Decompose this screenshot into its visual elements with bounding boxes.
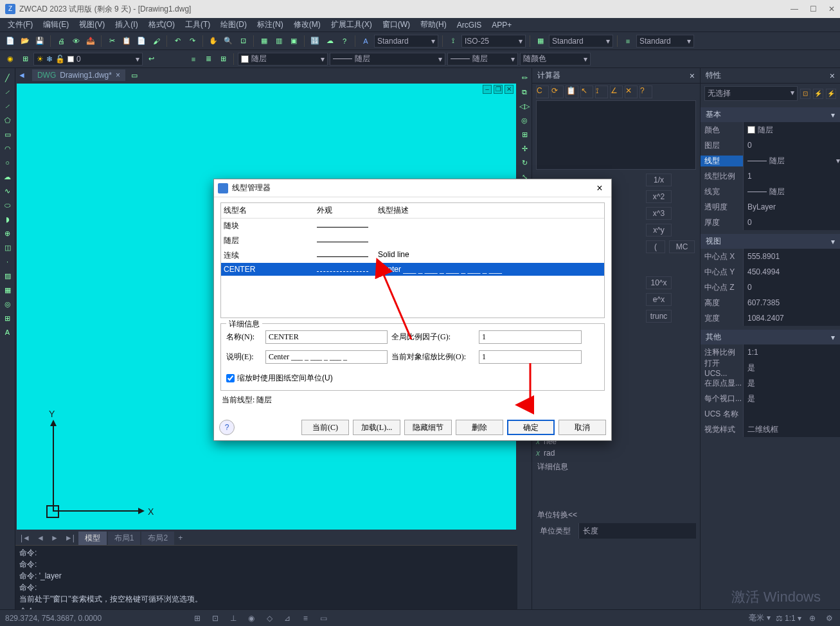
menu-dim[interactable]: 标注(N) [257, 19, 283, 30]
calc-angle-icon[interactable]: ∠ [610, 85, 623, 98]
layer-select[interactable]: ☀❄🔓 0▾ [33, 53, 143, 66]
list-row[interactable]: 连续Solid line [221, 248, 604, 263]
close-button[interactable]: ✕ [828, 4, 835, 13]
calc-pick-icon[interactable]: ↖ [580, 85, 593, 98]
rotate-icon[interactable]: ↻ [518, 156, 531, 169]
paste-icon[interactable]: 📄 [135, 35, 148, 48]
props-pick-icon[interactable]: ⊡ [800, 89, 810, 99]
new-tab-icon[interactable]: ▭ [128, 69, 141, 82]
design-icon[interactable]: ▥ [273, 35, 285, 48]
calc-key-10x[interactable]: 10^x [646, 276, 672, 289]
cut-icon[interactable]: ✂ [105, 35, 118, 48]
props-icon[interactable]: ▦ [258, 35, 271, 48]
lwt-icon[interactable]: ≡ [299, 613, 311, 624]
calc-key-pow[interactable]: x^y [646, 224, 672, 237]
doc-close-icon[interactable]: ✕ [505, 85, 514, 94]
menu-app[interactable]: APP+ [492, 21, 512, 30]
offset-icon[interactable]: ◎ [518, 114, 531, 127]
section-basic[interactable]: 基本▾ [701, 107, 840, 122]
color-select[interactable]: 随层▾ [238, 53, 328, 66]
vtab-last-icon[interactable]: ►| [62, 533, 77, 542]
region-icon[interactable]: ◎ [1, 298, 14, 310]
calc-key-trunc[interactable]: trunc [646, 310, 672, 323]
zoom-icon[interactable]: 🔍 [222, 35, 235, 48]
calc-hist-icon[interactable]: ⟳ [551, 85, 564, 98]
rect-icon[interactable]: ▭ [1, 128, 14, 141]
props-flash-icon[interactable]: ⚡ [826, 89, 836, 99]
oscale-input[interactable] [479, 350, 582, 364]
doc-restore-icon[interactable]: ❐ [494, 85, 503, 94]
layerprev-icon[interactable]: ↩ [145, 53, 157, 66]
revcloud-icon[interactable]: ☁ [1, 170, 14, 183]
lineweight-select[interactable]: 随层▾ [447, 53, 518, 66]
mtext-icon[interactable]: A [1, 326, 14, 339]
mirror-icon[interactable]: ◁▷ [518, 100, 531, 112]
name-input[interactable] [265, 330, 388, 344]
open-icon[interactable]: 📂 [19, 35, 31, 48]
calc-display[interactable] [536, 100, 696, 170]
menu-edit[interactable]: 编辑(E) [43, 19, 69, 30]
props-select[interactable]: 无选择▾ [704, 86, 798, 101]
move-icon[interactable]: ✢ [518, 142, 531, 155]
copy-obj-icon[interactable]: ⧉ [518, 85, 531, 98]
erase-icon[interactable]: ✏ [518, 71, 531, 84]
print-icon[interactable]: 🖨 [55, 35, 67, 48]
dialog-titlebar[interactable]: 线型管理器 × [214, 179, 611, 197]
section-other[interactable]: 其他▾ [701, 330, 840, 344]
preview-icon[interactable]: 👁 [69, 35, 82, 48]
block-icon[interactable]: ◫ [1, 241, 14, 254]
hide-detail-button[interactable]: 隐藏细节 [404, 420, 452, 435]
grid-icon[interactable]: ⊞ [192, 613, 203, 624]
hatch-icon[interactable]: ▨ [1, 269, 14, 282]
menu-window[interactable]: 窗口(W) [382, 19, 410, 30]
calc-int-icon[interactable]: ✕ [625, 85, 638, 98]
calc-key-cb[interactable]: x^3 [646, 207, 672, 220]
dyn-icon[interactable]: ▭ [317, 613, 329, 624]
menu-insert[interactable]: 插入(I) [115, 19, 138, 30]
calc-key-paren[interactable]: ( [646, 240, 665, 253]
calc-icon[interactable]: 🔢 [308, 35, 321, 48]
tablestyle-icon[interactable]: ▦ [534, 35, 547, 48]
var-row[interactable]: xrad [536, 447, 696, 459]
layer-icon[interactable]: ◉ [4, 53, 17, 66]
align2-icon[interactable]: ≣ [202, 53, 215, 66]
cloud-icon[interactable]: ☁ [323, 35, 336, 48]
vtab-prev-icon[interactable]: ◄ [34, 533, 47, 542]
undo-icon[interactable]: ↶ [171, 35, 184, 48]
linetype-list[interactable]: 线型名 外观 线型描述 随块 随层 连续Solid line CENTERCen… [220, 202, 605, 318]
textstyle-select[interactable]: Standard▾ [374, 35, 438, 48]
menu-help[interactable]: 帮助(H) [420, 19, 447, 30]
paperspace-checkbox[interactable] [226, 374, 235, 382]
layer-state-icon[interactable]: ⊞ [19, 53, 31, 66]
tab-add-icon[interactable]: + [175, 533, 185, 542]
publish-icon[interactable]: 📤 [84, 35, 97, 48]
load-button[interactable]: 加载(L)... [353, 420, 400, 435]
unit-conv-header[interactable]: 单位转换<< [532, 507, 700, 523]
vtab-next-icon[interactable]: ► [48, 533, 61, 542]
menu-format[interactable]: 格式(O) [148, 19, 175, 30]
mlstyle-select[interactable]: Standard▾ [636, 35, 694, 48]
tablestyle-select[interactable]: Standard▾ [549, 35, 613, 48]
ann-icon[interactable]: ⊕ [807, 613, 818, 624]
tab-layout1[interactable]: 布局1 [108, 532, 141, 545]
help-icon[interactable]: ? [338, 35, 351, 48]
line-icon[interactable]: ╱ [1, 71, 14, 84]
align3-icon[interactable]: ⊞ [217, 53, 229, 66]
section-view[interactable]: 视图▾ [701, 234, 840, 249]
textstyle-icon[interactable]: A [359, 35, 372, 48]
vtab-first-icon[interactable]: |◄ [18, 533, 33, 542]
ok-button[interactable]: 确定 [507, 420, 555, 435]
command-area[interactable]: 命令: 命令: 命令: '_layer 命令: 当前处于"窗口"套索模式，按空格… [15, 545, 517, 614]
props-close-icon[interactable]: × [830, 71, 835, 81]
doc-tab[interactable]: DWG Drawing1.dwg* × [32, 69, 125, 81]
cancel-button[interactable]: 取消 [559, 420, 606, 435]
otrack-icon[interactable]: ⊿ [281, 613, 293, 624]
spline-icon[interactable]: ∿ [1, 184, 14, 197]
calc-close-icon[interactable]: × [690, 71, 695, 81]
linetype-select[interactable]: 随层▾ [330, 53, 445, 66]
tool-icon[interactable]: ▣ [287, 35, 300, 48]
calc-help-icon[interactable]: ? [639, 85, 652, 98]
tab-prev-icon[interactable]: ◄ [18, 71, 26, 80]
mlstyle-icon[interactable]: ≡ [621, 35, 634, 48]
calc-key-sq[interactable]: x^2 [646, 190, 672, 203]
